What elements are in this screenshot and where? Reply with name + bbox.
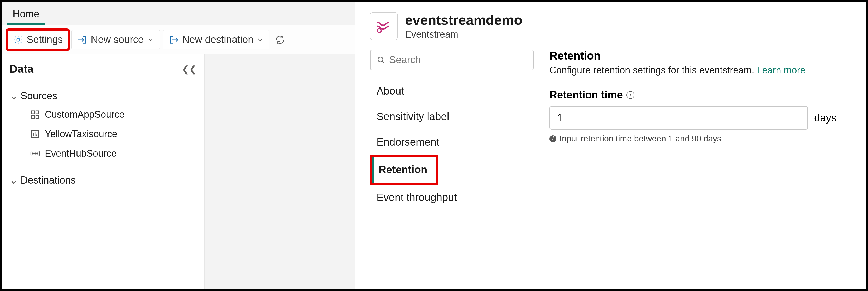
refresh-button[interactable] — [273, 31, 287, 49]
destinations-toggle[interactable]: ⌄ Destinations — [9, 171, 196, 189]
source-item[interactable]: YellowTaxisource — [30, 124, 196, 144]
gear-icon — [13, 35, 24, 45]
nav-endorsement[interactable]: Endorsement — [370, 129, 534, 155]
settings-label: Settings — [27, 34, 63, 45]
settings-nav: About Sensitivity label Endorsement Rete… — [370, 49, 534, 210]
refresh-icon — [275, 35, 285, 45]
svg-point-9 — [37, 153, 38, 154]
chevron-down-icon: ⌄ — [9, 174, 17, 186]
svg-point-7 — [32, 153, 34, 154]
new-destination-label: New destination — [182, 34, 253, 45]
learn-more-link[interactable]: Learn more — [757, 65, 805, 76]
days-suffix: days — [814, 112, 837, 124]
new-source-button[interactable]: New source — [71, 30, 160, 49]
data-sidebar: Data ❮❮ ⌄ Sources CustomAppSource Yellow… — [2, 54, 205, 289]
source-item-label: CustomAppSource — [45, 109, 124, 120]
hub-icon — [30, 149, 40, 158]
settings-panel: eventstreamdemo Eventstream About Sensit… — [355, 2, 866, 289]
source-item[interactable]: CustomAppSource — [30, 105, 196, 124]
section-heading: Retention — [550, 49, 851, 62]
nav-retention[interactable]: Retention — [372, 157, 430, 182]
new-source-label: New source — [91, 34, 144, 45]
svg-point-0 — [17, 38, 20, 41]
svg-rect-4 — [36, 115, 39, 118]
field-label-text: Retention time — [550, 89, 623, 101]
svg-rect-3 — [31, 115, 34, 118]
panel-title: eventstreamdemo — [405, 12, 522, 28]
hint-text: Input retention time between 1 and 90 da… — [559, 134, 721, 144]
source-item-label: EventHubSource — [45, 148, 117, 159]
search-icon — [376, 56, 385, 65]
panel-header: eventstreamdemo Eventstream — [370, 12, 851, 40]
retention-time-label: Retention time i — [550, 89, 851, 101]
info-icon: i — [550, 135, 556, 142]
tab-home[interactable]: Home — [7, 5, 44, 25]
sources-group: ⌄ Sources CustomAppSource YellowTaxisour… — [9, 87, 196, 163]
info-icon[interactable]: i — [626, 91, 634, 99]
panel-subtitle: Eventstream — [405, 29, 522, 40]
enter-icon — [77, 35, 88, 45]
svg-rect-2 — [36, 111, 39, 114]
desc-text: Configure retention settings for this ev… — [550, 65, 757, 76]
retention-hint: i Input retention time between 1 and 90 … — [550, 134, 851, 144]
eventstream-icon — [370, 12, 398, 40]
sidebar-title: Data — [9, 63, 33, 75]
destinations-group: ⌄ Destinations — [9, 171, 196, 189]
search-input[interactable] — [389, 54, 527, 66]
nav-sensitivity[interactable]: Sensitivity label — [370, 104, 534, 129]
settings-search[interactable] — [370, 49, 534, 70]
new-destination-button[interactable]: New destination — [163, 30, 270, 49]
chevron-down-icon — [256, 36, 264, 43]
settings-button[interactable]: Settings — [7, 30, 68, 49]
nav-throughput[interactable]: Event throughput — [370, 185, 534, 210]
sources-toggle[interactable]: ⌄ Sources — [9, 87, 196, 105]
sources-label: Sources — [21, 90, 57, 102]
svg-point-11 — [378, 57, 383, 62]
app-icon — [30, 110, 40, 119]
retention-time-input[interactable] — [550, 106, 808, 130]
collapse-sidebar-button[interactable]: ❮❮ — [182, 64, 196, 74]
destinations-label: Destinations — [21, 175, 76, 186]
nav-about[interactable]: About — [370, 78, 534, 104]
source-item[interactable]: EventHubSource — [30, 144, 196, 163]
tab-strip: Home — [2, 2, 355, 25]
editor-pane: Home Settings New source New destination — [2, 2, 355, 289]
chart-icon — [30, 129, 40, 139]
toolbar: Settings New source New destination — [2, 25, 355, 54]
svg-rect-1 — [31, 111, 34, 114]
retention-section: Retention Configure retention settings f… — [550, 49, 851, 210]
chevron-down-icon: ⌄ — [9, 90, 17, 102]
section-description: Configure retention settings for this ev… — [550, 65, 851, 76]
source-item-label: YellowTaxisource — [45, 129, 117, 140]
svg-point-8 — [35, 153, 36, 154]
chevron-down-icon — [147, 36, 154, 43]
exit-icon — [168, 35, 179, 45]
canvas-area: Data ❮❮ ⌄ Sources CustomAppSource Yellow… — [2, 54, 355, 289]
